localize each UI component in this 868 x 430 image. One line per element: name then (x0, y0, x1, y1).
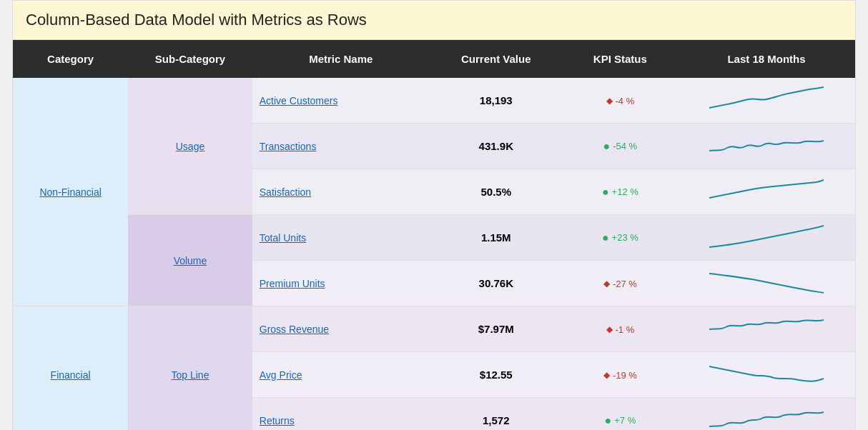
diamond-icon: ◆ (603, 370, 610, 380)
cell-metric-name[interactable]: Active Customers (252, 78, 430, 124)
cell-metric-name[interactable]: Total Units (252, 215, 430, 261)
header-subcategory: Sub-Category (128, 40, 252, 78)
kpi-badge: ◆ -19 % (603, 370, 637, 381)
dot-icon: ● (605, 415, 612, 426)
metrics-table: Category Sub-Category Metric Name Curren… (13, 40, 855, 430)
kpi-text: +12 % (612, 186, 638, 197)
link-metric-1[interactable]: Transactions (260, 141, 317, 152)
cell-sparkline (678, 306, 855, 352)
cell-subcategory-usage[interactable]: Usage (128, 78, 252, 215)
cell-kpi-status: ● +23 % (563, 215, 678, 261)
cell-category-nonfinancial[interactable]: Non-Financial (13, 78, 128, 306)
cell-current-value: 30.76K (430, 261, 563, 306)
cell-kpi-status: ◆ -19 % (563, 352, 678, 398)
cell-subcategory-volume[interactable]: Volume (128, 215, 252, 306)
kpi-text: +7 % (614, 415, 636, 426)
link-volume[interactable]: Volume (174, 255, 207, 266)
cell-sparkline (678, 352, 855, 398)
link-topline[interactable]: Top Line (172, 369, 209, 381)
sparkline-chart (709, 176, 824, 205)
page-title: Column-Based Data Model with Metrics as … (13, 1, 855, 40)
diamond-icon: ◆ (603, 279, 610, 289)
cell-kpi-status: ◆ -4 % (563, 78, 678, 124)
sparkline-chart (709, 222, 824, 251)
sparkline-chart (709, 268, 824, 296)
cell-current-value: 1,572 (430, 398, 563, 431)
kpi-text: -1 % (616, 324, 635, 335)
table-row: FinancialTop LineGross Revenue$7.97M◆ -1… (13, 306, 855, 352)
cell-metric-name[interactable]: Gross Revenue (252, 306, 430, 352)
link-metric-0[interactable]: Active Customers (260, 95, 338, 106)
kpi-text: -54 % (613, 141, 637, 151)
cell-current-value: 50.5% (430, 169, 563, 215)
dot-icon: ● (602, 186, 609, 198)
link-metric-2[interactable]: Satisfaction (260, 186, 311, 198)
cell-subcategory-topline[interactable]: Top Line (128, 306, 252, 431)
cell-current-value: $7.97M (430, 306, 563, 352)
cell-metric-name[interactable]: Avg Price (252, 352, 430, 398)
cell-current-value: $12.55 (430, 352, 563, 398)
link-metric-7[interactable]: Returns (260, 415, 295, 426)
cell-sparkline (678, 261, 855, 306)
kpi-badge: ● -54 % (603, 141, 638, 152)
kpi-badge: ◆ -27 % (603, 279, 637, 289)
header-chart: Last 18 Months (678, 40, 855, 78)
diamond-icon: ◆ (606, 324, 613, 334)
link-usage[interactable]: Usage (176, 141, 204, 152)
kpi-badge: ● +12 % (602, 186, 638, 198)
link-nonfinancial[interactable]: Non-Financial (39, 186, 101, 198)
cell-sparkline (678, 78, 855, 124)
dot-icon: ● (603, 141, 611, 152)
header-category: Category (13, 40, 128, 78)
cell-metric-name[interactable]: Returns (252, 398, 430, 431)
cell-kpi-status: ● -54 % (563, 124, 678, 169)
cell-current-value: 1.15M (430, 215, 563, 261)
cell-metric-name[interactable]: Satisfaction (252, 169, 430, 215)
link-metric-4[interactable]: Premium Units (260, 278, 325, 289)
cell-current-value: 431.9K (430, 124, 563, 169)
kpi-badge: ◆ -4 % (606, 96, 635, 106)
cell-kpi-status: ◆ -1 % (563, 306, 678, 352)
sparkline-chart (709, 359, 824, 388)
kpi-badge: ◆ -1 % (606, 324, 635, 335)
link-metric-5[interactable]: Gross Revenue (260, 324, 329, 335)
cell-metric-name[interactable]: Transactions (252, 124, 430, 169)
table-row: Non-FinancialUsageActive Customers18,193… (13, 78, 855, 124)
kpi-text: -19 % (613, 370, 637, 381)
main-container: Column-Based Data Model with Metrics as … (12, 0, 856, 430)
dot-icon: ● (602, 232, 609, 244)
sparkline-chart (709, 405, 824, 430)
cell-sparkline (678, 398, 855, 431)
sparkline-chart (709, 85, 824, 114)
kpi-badge: ● +23 % (602, 232, 638, 244)
cell-kpi-status: ◆ -27 % (563, 261, 678, 306)
cell-sparkline (678, 169, 855, 215)
header-value: Current Value (430, 40, 563, 78)
header-metric: Metric Name (252, 40, 430, 78)
header-kpi: KPI Status (563, 40, 678, 78)
cell-sparkline (678, 215, 855, 261)
sparkline-chart (709, 314, 824, 342)
diamond-icon: ◆ (606, 96, 613, 106)
cell-category-financial[interactable]: Financial (13, 306, 128, 431)
cell-sparkline (678, 124, 855, 169)
kpi-badge: ● +7 % (605, 415, 636, 426)
kpi-text: +23 % (612, 232, 638, 243)
sparkline-chart (709, 131, 824, 159)
cell-kpi-status: ● +12 % (563, 169, 678, 215)
cell-current-value: 18,193 (430, 78, 563, 124)
link-metric-6[interactable]: Avg Price (260, 369, 302, 381)
table-row: VolumeTotal Units1.15M● +23 % (13, 215, 855, 261)
kpi-text: -4 % (616, 96, 635, 106)
kpi-text: -27 % (613, 279, 637, 289)
link-financial[interactable]: Financial (51, 369, 91, 381)
link-metric-3[interactable]: Total Units (260, 232, 306, 244)
cell-kpi-status: ● +7 % (563, 398, 678, 431)
cell-metric-name[interactable]: Premium Units (252, 261, 430, 306)
